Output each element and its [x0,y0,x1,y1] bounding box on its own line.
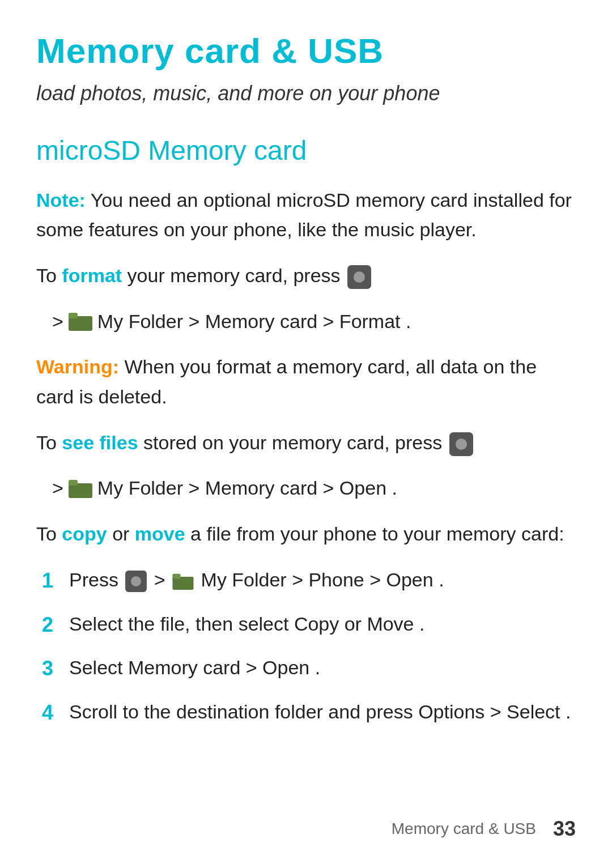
page-subtitle: load photos, music, and more on your pho… [36,80,576,107]
page-content: Memory card & USB load photos, music, an… [0,0,612,775]
note-text: You need an optional microSD memory card… [36,189,572,241]
nav-line-1: > My Folder > Memory card > Format . [52,307,576,337]
menu-button-icon-2 [449,432,473,456]
menu-button-icon-3 [125,571,147,592]
list-number-1: 1 [42,565,69,597]
warning-label: Warning: [36,356,119,377]
see-files-before: To [36,432,62,453]
list-item-3: 3 Select Memory card > Open . [42,653,576,684]
move-keyword: move [135,523,185,544]
format-before: To [36,265,62,286]
copy-after: a file from your phone to your memory ca… [185,523,564,544]
list-item-1: 1 Press > My Folder > Phone > Open . [42,565,576,597]
copy-move-paragraph: To copy or move a file from your phone t… [36,519,576,549]
see-files-keyword: see files [62,432,138,453]
note-paragraph: Note: You need an optional microSD memor… [36,185,576,245]
copy-before: To [36,523,62,544]
menu-button-icon [347,265,371,289]
list-number-3: 3 [42,653,69,684]
see-files-after: stored on your memory card, press [138,432,443,453]
nav-text-2: My Folder > Memory card > Open . [97,473,397,503]
format-after: your memory card, press [122,265,340,286]
section-title: microSD Memory card [36,134,576,167]
nav-line-2: > My Folder > Memory card > Open . [52,473,576,503]
svg-rect-5 [69,480,78,486]
folder-icon-3 [172,573,194,590]
svg-rect-8 [173,574,181,579]
format-line: To format your memory card, press [36,261,576,291]
folder-icon-1 [69,312,92,331]
page-footer: Memory card & USB 33 [392,817,576,841]
see-files-line: To see files stored on your memory card,… [36,428,576,458]
list-item-2: 2 Select the file, then select Copy or M… [42,609,576,641]
list-text-1: Press > My Folder > Phone > Open . [69,565,576,595]
list-text-3: Select Memory card > Open . [69,653,576,683]
folder-icon-2 [69,479,92,498]
list-number-2: 2 [42,609,69,641]
page-title: Memory card & USB [36,32,576,70]
nav-chevron-1: > [52,307,63,337]
svg-rect-2 [69,313,78,318]
list-item-4: 4 Scroll to the destination folder and p… [42,697,576,729]
copy-keyword: copy [62,523,107,544]
nav-chevron-2: > [52,473,63,503]
list-text-4: Scroll to the destination folder and pre… [69,697,576,727]
footer-label: Memory card & USB [392,820,536,838]
format-keyword: format [62,265,122,286]
list-number-4: 4 [42,697,69,729]
footer-page-number: 33 [553,817,576,841]
copy-middle: or [107,523,135,544]
nav-text-1: My Folder > Memory card > Format . [97,307,411,337]
note-label: Note: [36,189,86,211]
numbered-list: 1 Press > My Folder > Phone > Open . 2 S… [42,565,576,729]
warning-paragraph: Warning: When you format a memory card, … [36,352,576,411]
list-text-2: Select the file, then select Copy or Mov… [69,609,576,639]
